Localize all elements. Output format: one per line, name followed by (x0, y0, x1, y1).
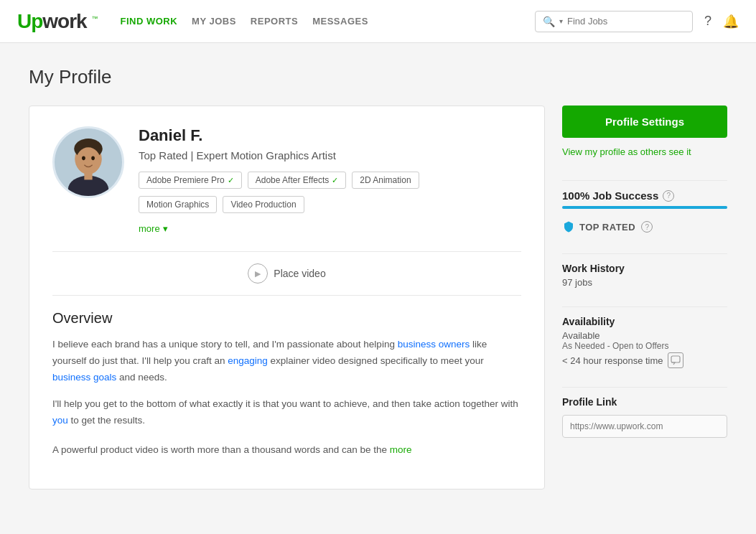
overview-more-link[interactable]: more (390, 442, 412, 459)
profile-name: Daniel F. (139, 126, 521, 145)
nav-reports[interactable]: REPORTS (251, 16, 298, 27)
profile-header: Daniel F. Top Rated | Expert Motion Grap… (52, 126, 521, 252)
search-bar[interactable]: 🔍 ▾ (535, 11, 693, 32)
overview-section: Overview I believe each brand has a uniq… (52, 296, 521, 459)
logo-work: work (42, 10, 86, 32)
page-title: My Profile (29, 66, 727, 88)
place-video-button[interactable]: ▶ Place video (248, 263, 325, 284)
search-icon: 🔍 (543, 16, 555, 27)
avatar (52, 126, 124, 198)
progress-bar-fill (562, 206, 727, 209)
top-rated-badge: TOP RATED (562, 220, 635, 233)
page-content: My Profile (0, 43, 756, 512)
sidebar: Profile Settings View my profile as othe… (562, 106, 727, 448)
chat-icon (668, 352, 683, 368)
video-section: ▶ Place video (52, 252, 521, 296)
skill-tag-videoproduction[interactable]: Video Production (223, 196, 304, 213)
job-success-label: 100% Job Success (562, 189, 658, 202)
nav-links: FIND WORK MY JOBS REPORTS MESSAGES (120, 16, 368, 27)
response-time-text: < 24 hour response time (562, 355, 663, 366)
profile-link-input[interactable] (562, 415, 727, 438)
skill-tag-2danimation[interactable]: 2D Animation (352, 172, 419, 189)
work-history-value: 97 jobs (562, 277, 727, 288)
nav-find-work[interactable]: FIND WORK (120, 16, 177, 27)
nav-messages[interactable]: MESSAGES (312, 16, 368, 27)
shield-icon (562, 220, 575, 233)
navbar: Upwork ™ FIND WORK MY JOBS REPORTS MESSA… (0, 0, 756, 43)
profile-title: Top Rated | Expert Motion Graphics Artis… (139, 149, 521, 161)
work-history-section: Work History 97 jobs (562, 263, 727, 288)
svg-point-3 (76, 147, 101, 174)
logo[interactable]: Upwork ™ (17, 10, 97, 33)
divider-3 (562, 306, 727, 307)
top-rated-label: TOP RATED (579, 222, 635, 233)
layout: Daniel F. Top Rated | Expert Motion Grap… (29, 106, 727, 490)
profile-settings-button[interactable]: Profile Settings (562, 106, 727, 138)
logo-up: Up (17, 10, 42, 32)
profile-link-section: Profile Link (562, 396, 727, 438)
overview-title: Overview (52, 310, 521, 327)
profile-card: Daniel F. Top Rated | Expert Motion Grap… (29, 106, 545, 490)
availability-section: Availability Available As Needed - Open … (562, 316, 727, 368)
divider-2 (562, 253, 727, 254)
job-success-row: 100% Job Success ? (562, 189, 727, 202)
overview-paragraph-1: I believe each brand has a unique story … (52, 337, 521, 386)
job-success-info-icon[interactable]: ? (663, 190, 674, 202)
notifications-button[interactable]: 🔔 (723, 14, 739, 29)
skill-tag-aftereffects[interactable]: Adobe After Effects ✓ (248, 172, 347, 189)
svg-rect-7 (84, 172, 92, 179)
help-button[interactable]: ? (704, 14, 711, 29)
progress-bar-background (562, 206, 727, 209)
availability-value: Available As Needed - Open to Offers < 2… (562, 330, 727, 368)
search-caret: ▾ (559, 17, 563, 25)
more-skills-link[interactable]: more ▾ (139, 223, 168, 234)
svg-point-5 (91, 156, 95, 161)
top-rated-info-icon[interactable]: ? (641, 221, 653, 233)
skill-tag-motiongraphics[interactable]: Motion Graphics (139, 196, 217, 213)
availability-sub: As Needed - Open to Offers (562, 341, 727, 351)
view-profile-link[interactable]: View my profile as others see it (562, 146, 727, 157)
video-label: Place video (274, 268, 325, 279)
divider-1 (562, 180, 727, 181)
availability-title: Availability (562, 316, 727, 327)
svg-rect-8 (671, 356, 680, 362)
skill-tag-premiere[interactable]: Adobe Premiere Pro ✓ (139, 172, 242, 189)
skills-list: Adobe Premiere Pro ✓ Adobe After Effects… (139, 172, 521, 189)
divider-4 (562, 387, 727, 388)
overview-paragraph-2: I'll help you get to the bottom of what … (52, 396, 521, 429)
work-history-title: Work History (562, 263, 727, 274)
skills-list-row2: Motion Graphics Video Production (139, 196, 521, 213)
navbar-right: 🔍 ▾ ? 🔔 (535, 11, 739, 32)
svg-point-4 (82, 156, 85, 161)
profile-link-title: Profile Link (562, 396, 727, 408)
search-input[interactable] (567, 16, 685, 27)
play-icon: ▶ (248, 263, 268, 284)
profile-info: Daniel F. Top Rated | Expert Motion Grap… (139, 126, 521, 234)
nav-my-jobs[interactable]: MY JOBS (192, 16, 236, 27)
overview-paragraph-3: A powerful product video is worth more t… (52, 439, 521, 459)
response-time-row: < 24 hour response time (562, 352, 727, 368)
top-rated-row: TOP RATED ? (562, 220, 727, 233)
